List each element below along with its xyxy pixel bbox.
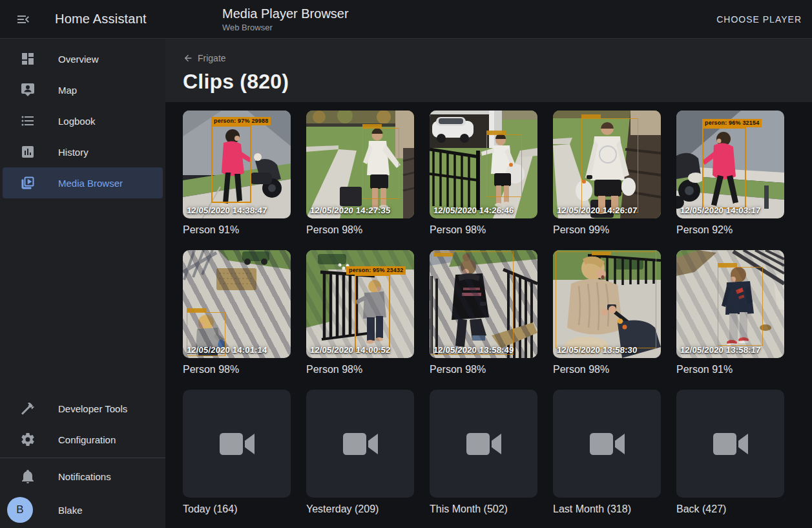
video-camera-icon <box>590 432 625 456</box>
list-bulleted-icon <box>20 113 36 129</box>
folder-card-today[interactable]: Today (164) <box>183 390 291 515</box>
folder-label: This Month (502) <box>430 503 537 515</box>
folder-tile <box>430 390 537 498</box>
clips-grid-container: person: 97% 29988 12/05/2020 14:38:47 Pe… <box>165 102 812 528</box>
folder-card-back[interactable]: Back (427) <box>676 390 784 515</box>
detection-label <box>362 124 382 128</box>
clip-timestamp: 12/05/2020 14:03:17 <box>680 206 761 215</box>
folder-label: Last Month (318) <box>553 503 661 515</box>
avatar: B <box>7 497 33 523</box>
video-camera-icon <box>220 432 255 456</box>
clip-caption: Person 91% <box>676 364 784 375</box>
sidebar-item-map[interactable]: Map <box>0 74 165 105</box>
folder-tile <box>306 390 414 498</box>
clip-caption: Person 98% <box>306 364 414 375</box>
sidebar-item-developer-tools[interactable]: Developer Tools <box>0 393 165 424</box>
clip-thumbnail: 12/05/2020 13:58:49 <box>430 250 537 358</box>
user-name: Blake <box>58 505 83 516</box>
folder-card-last-month[interactable]: Last Month (318) <box>553 390 661 515</box>
detection-label <box>581 114 601 118</box>
sidebar-item-label: Notifications <box>58 471 111 482</box>
detection-label <box>433 253 453 257</box>
sidebar-item-label: Map <box>58 85 77 96</box>
sidebar: Overview Map Logbook <box>0 39 165 528</box>
sidebar-spacer <box>0 198 165 393</box>
chart-box-icon <box>20 144 36 160</box>
detection-box <box>556 251 656 348</box>
sidebar-item-notifications[interactable]: Notifications <box>0 461 165 492</box>
clip-card[interactable]: 12/05/2020 13:58:30 Person 98% <box>553 250 661 375</box>
sidebar-item-overview[interactable]: Overview <box>0 43 165 74</box>
clip-caption: Person 99% <box>553 224 661 236</box>
sidebar-item-label: Configuration <box>58 434 116 445</box>
sidebar-item-configuration[interactable]: Configuration <box>0 424 165 455</box>
sidebar-user-profile[interactable]: B Blake <box>0 492 165 528</box>
sidebar-item-label: Developer Tools <box>58 403 127 414</box>
account-tooltip-icon <box>20 82 36 98</box>
clip-caption: Person 98% <box>430 364 537 375</box>
clip-caption: Person 92% <box>676 224 784 236</box>
app-title: Home Assistant <box>55 12 147 26</box>
folder-label: Back (427) <box>676 503 784 515</box>
detection-box <box>718 267 763 346</box>
detection-label: person: 95% 23432 <box>346 266 406 275</box>
clip-timestamp: 12/05/2020 13:58:30 <box>556 345 638 355</box>
detection-box <box>431 251 514 355</box>
clip-card[interactable]: 12/05/2020 14:01:14 Person 98% <box>183 250 291 375</box>
page-title: Media Player Browser <box>222 6 706 21</box>
video-camera-icon <box>713 432 748 456</box>
folder-card-yesterday[interactable]: Yesterday (209) <box>306 390 414 515</box>
detection-box <box>486 134 522 197</box>
clip-thumbnail: 12/05/2020 14:27:35 <box>306 111 414 218</box>
clip-card[interactable]: person: 95% 23432 12/05/2020 14:00:52 Pe… <box>306 250 414 375</box>
folder-tile <box>183 390 291 498</box>
menu-open-icon[interactable] <box>13 9 34 30</box>
clip-card[interactable]: 12/05/2020 14:26:46 Person 98% <box>430 111 537 236</box>
detection-label <box>486 131 506 134</box>
clip-card[interactable]: 12/05/2020 13:58:17 Person 91% <box>676 250 784 375</box>
clip-caption: Person 91% <box>183 224 291 236</box>
clip-thumbnail: 12/05/2020 13:58:17 <box>676 250 784 358</box>
clip-thumbnail: 12/05/2020 14:26:07 <box>553 111 661 218</box>
detection-label: person: 97% 29988 <box>211 117 271 125</box>
breadcrumb-label: Frigate <box>198 53 226 63</box>
folder-label: Yesterday (209) <box>306 503 414 515</box>
sidebar-item-history[interactable]: History <box>0 136 165 167</box>
detection-box <box>362 128 399 199</box>
page-subtitle: Web Browser <box>222 23 706 32</box>
clip-timestamp: 12/05/2020 13:58:17 <box>680 345 761 355</box>
sidebar-item-label: Overview <box>58 54 99 65</box>
sidebar-item-logbook[interactable]: Logbook <box>0 105 165 136</box>
folder-tile <box>676 390 784 498</box>
clip-caption: Person 98% <box>306 224 414 236</box>
clip-card[interactable]: 12/05/2020 13:58:49 Person 98% <box>430 250 537 375</box>
video-camera-icon <box>343 432 378 456</box>
folder-card-this-month[interactable]: This Month (502) <box>430 390 537 515</box>
clip-card[interactable]: person: 97% 29988 12/05/2020 14:38:47 Pe… <box>183 111 291 236</box>
clip-thumbnail: 12/05/2020 14:01:14 <box>183 250 291 358</box>
hammer-icon <box>20 401 36 416</box>
clip-timestamp: 12/05/2020 14:00:52 <box>309 345 391 355</box>
bell-icon <box>20 469 36 484</box>
view-dashboard-icon <box>20 51 36 67</box>
detection-box <box>211 125 251 203</box>
folder-tile <box>553 390 661 498</box>
sidebar-item-media-browser[interactable]: Media Browser <box>3 167 163 198</box>
media-browser-main: Frigate Clips (820) <box>165 39 812 528</box>
clip-timestamp: 12/05/2020 14:01:14 <box>186 345 267 355</box>
clip-card[interactable]: 12/05/2020 14:27:35 Person 98% <box>306 111 414 236</box>
clip-timestamp: 12/05/2020 14:26:46 <box>433 206 514 215</box>
breadcrumb-back-frigate[interactable]: Frigate <box>183 53 226 63</box>
play-box-multiple-icon <box>20 175 36 191</box>
app-bar-left: Home Assistant <box>0 0 165 38</box>
detection-label: person: 96% 32154 <box>702 119 762 127</box>
detection-label <box>718 263 737 267</box>
clip-timestamp: 12/05/2020 14:27:35 <box>309 206 391 215</box>
app-bar: Home Assistant Media Player Browser Web … <box>0 0 812 39</box>
clip-timestamp: 12/05/2020 14:38:47 <box>186 206 267 215</box>
clip-card[interactable]: person: 96% 32154 12/05/2020 14:03:17 Pe… <box>676 111 784 236</box>
detection-label <box>187 308 206 312</box>
choose-player-button[interactable]: CHOOSE PLAYER <box>706 14 812 25</box>
clip-card[interactable]: 12/05/2020 14:26:07 Person 99% <box>553 111 661 236</box>
home-assistant-app: Home Assistant Media Player Browser Web … <box>0 0 812 528</box>
